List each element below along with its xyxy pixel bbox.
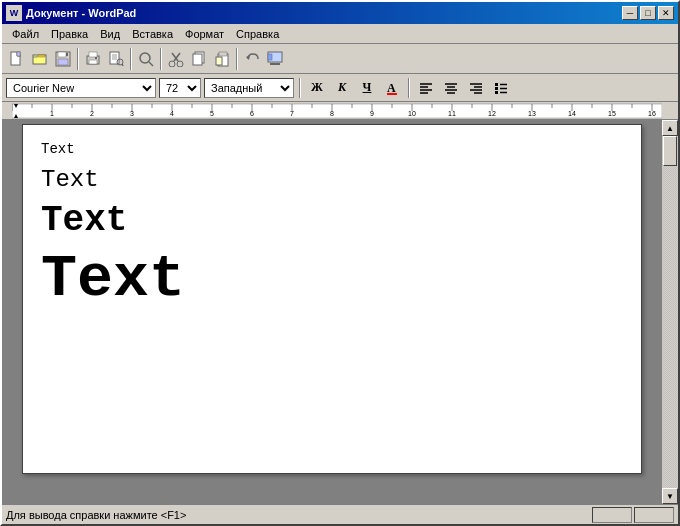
list-button[interactable]: [490, 78, 512, 98]
svg-text:14: 14: [568, 110, 576, 117]
content-area: Text Text Text Text ▲ ▼: [2, 120, 678, 504]
color-button[interactable]: А: [381, 78, 403, 98]
cut-button[interactable]: [165, 48, 187, 70]
list-icon: [494, 81, 508, 95]
svg-rect-6: [58, 59, 68, 65]
toolbar-separator-4: [236, 48, 238, 70]
status-panels: [592, 507, 674, 523]
app-icon: W: [6, 5, 22, 21]
main-toolbar: [2, 44, 678, 74]
new-icon: [9, 51, 25, 67]
svg-line-19: [149, 62, 153, 66]
find-button[interactable]: [135, 48, 157, 70]
ruler: 1 2 3 4 5 6 7 8 9 10 11 12 13 14 15 16: [2, 102, 678, 120]
status-panel-2: [634, 507, 674, 523]
text-line-3: Text: [41, 199, 623, 242]
svg-rect-27: [219, 52, 227, 56]
ruler-svg: 1 2 3 4 5 6 7 8 9 10 11 12 13 14 15 16: [12, 103, 662, 119]
preview-button[interactable]: [105, 48, 127, 70]
font-select[interactable]: Courier New: [6, 78, 156, 98]
svg-text:4: 4: [170, 110, 174, 117]
scroll-track[interactable]: [662, 136, 678, 488]
svg-text:3: 3: [130, 110, 134, 117]
editor-wrapper: Text Text Text Text: [2, 120, 662, 504]
copy-icon: [191, 51, 207, 67]
menu-insert[interactable]: Вставка: [126, 26, 179, 42]
menu-help[interactable]: Справка: [230, 26, 285, 42]
svg-rect-53: [12, 104, 662, 118]
svg-rect-34: [387, 93, 397, 95]
extra-icon: [267, 51, 283, 67]
vertical-scrollbar[interactable]: ▲ ▼: [662, 120, 678, 504]
menu-view[interactable]: Вид: [94, 26, 126, 42]
open-button[interactable]: [29, 48, 51, 70]
svg-rect-10: [89, 60, 97, 64]
svg-line-17: [122, 64, 123, 66]
svg-rect-51: [495, 91, 498, 94]
title-bar-left: W Документ - WordPad: [6, 5, 136, 21]
find-icon: [138, 51, 154, 67]
maximize-button[interactable]: □: [640, 6, 656, 20]
font-size-select[interactable]: 72: [159, 78, 201, 98]
format-separator-2: [408, 78, 410, 98]
svg-text:6: 6: [250, 110, 254, 117]
svg-text:16: 16: [648, 110, 656, 117]
toolbar-separator-1: [77, 48, 79, 70]
align-left-button[interactable]: [415, 78, 437, 98]
underline-button[interactable]: Ч: [356, 78, 378, 98]
toolbar-separator-2: [130, 48, 132, 70]
svg-point-22: [169, 61, 175, 67]
align-center-button[interactable]: [440, 78, 462, 98]
menu-format[interactable]: Формат: [179, 26, 230, 42]
text-line-4: Text: [41, 246, 623, 312]
format-bar: Courier New 72 Западный Ж К Ч А: [2, 74, 678, 102]
svg-marker-1: [17, 52, 20, 56]
scroll-down-button[interactable]: ▼: [662, 488, 678, 504]
italic-button[interactable]: К: [331, 78, 353, 98]
format-separator-1: [299, 78, 301, 98]
svg-point-18: [140, 53, 150, 63]
extra-button[interactable]: [264, 48, 286, 70]
svg-text:5: 5: [210, 110, 214, 117]
paste-button[interactable]: [211, 48, 233, 70]
language-select[interactable]: Западный: [204, 78, 294, 98]
color-icon: А: [385, 81, 399, 95]
svg-rect-5: [58, 52, 66, 57]
document-page[interactable]: Text Text Text Text: [22, 124, 642, 474]
svg-rect-47: [495, 83, 498, 86]
paste-icon: [214, 51, 230, 67]
status-panel-1: [592, 507, 632, 523]
svg-rect-28: [216, 57, 222, 65]
title-buttons: ─ □ ✕: [622, 6, 674, 20]
svg-text:1: 1: [50, 110, 54, 117]
close-button[interactable]: ✕: [658, 6, 674, 20]
status-help-text: Для вывода справки нажмите <F1>: [6, 509, 588, 521]
save-button[interactable]: [52, 48, 74, 70]
svg-text:10: 10: [408, 110, 416, 117]
undo-icon: [244, 51, 260, 67]
bold-button[interactable]: Ж: [306, 78, 328, 98]
text-line-2: Text: [41, 164, 623, 195]
window-title: Документ - WordPad: [26, 7, 136, 19]
scroll-thumb[interactable]: [663, 136, 677, 166]
print-icon: [85, 51, 101, 67]
preview-icon: [108, 51, 124, 67]
minimize-button[interactable]: ─: [622, 6, 638, 20]
menu-bar: Файл Правка Вид Вставка Формат Справка: [2, 24, 678, 44]
svg-rect-49: [495, 87, 498, 90]
new-button[interactable]: [6, 48, 28, 70]
align-center-icon: [444, 81, 458, 95]
toolbar-separator-3: [160, 48, 162, 70]
align-left-icon: [419, 81, 433, 95]
copy-button[interactable]: [188, 48, 210, 70]
undo-button[interactable]: [241, 48, 263, 70]
svg-text:12: 12: [488, 110, 496, 117]
menu-file[interactable]: Файл: [6, 26, 45, 42]
menu-edit[interactable]: Правка: [45, 26, 94, 42]
status-bar: Для вывода справки нажмите <F1>: [2, 504, 678, 524]
text-line-1: Text: [41, 140, 623, 160]
scroll-up-button[interactable]: ▲: [662, 120, 678, 136]
print-button[interactable]: [82, 48, 104, 70]
svg-text:А: А: [387, 81, 396, 95]
align-right-button[interactable]: [465, 78, 487, 98]
